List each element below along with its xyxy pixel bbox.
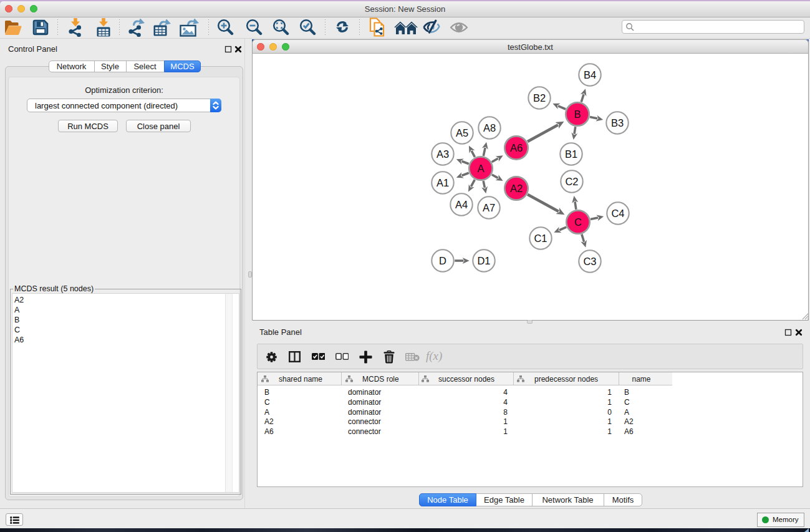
svg-text:C3: C3 [583,256,596,267]
svg-text:A3: A3 [436,148,449,160]
svg-text:A2: A2 [510,183,523,194]
svg-text:C2: C2 [565,176,578,187]
svg-text:A1: A1 [436,177,449,188]
svg-text:B4: B4 [584,69,596,80]
svg-text:A5: A5 [456,127,468,138]
svg-text:B1: B1 [565,148,577,160]
svg-text:D1: D1 [477,255,490,266]
svg-text:C4: C4 [611,208,624,219]
svg-text:A6: A6 [510,142,523,153]
svg-text:B: B [574,109,581,120]
svg-text:A8: A8 [483,122,496,133]
svg-text:A: A [477,163,484,174]
svg-text:B3: B3 [611,117,624,128]
svg-text:C1: C1 [534,233,547,244]
svg-text:C: C [574,216,582,228]
svg-text:B2: B2 [533,92,546,104]
svg-text:A7: A7 [483,202,495,213]
svg-text:A4: A4 [455,199,468,210]
svg-text:D: D [439,255,446,266]
